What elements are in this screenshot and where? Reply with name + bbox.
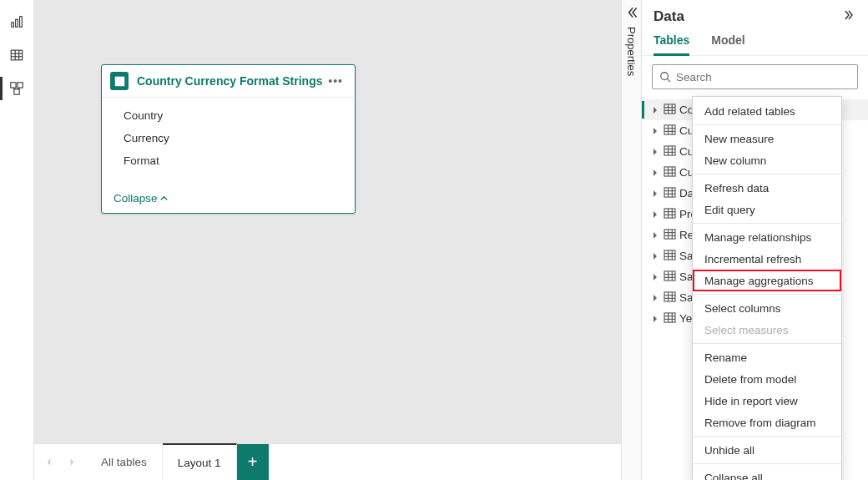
table-card[interactable]: Country Currency Format Strings ••• Coun… xyxy=(101,64,356,214)
table-view-button[interactable] xyxy=(0,38,33,72)
search-box[interactable] xyxy=(652,64,858,89)
svg-rect-67 xyxy=(664,312,675,321)
svg-rect-62 xyxy=(664,291,675,301)
svg-rect-42 xyxy=(664,208,675,217)
menu-item[interactable]: Manage aggregations xyxy=(693,270,841,291)
data-panel-title: Data xyxy=(654,8,684,25)
collapse-button[interactable]: Collapse xyxy=(102,185,355,213)
svg-rect-2 xyxy=(20,17,23,28)
add-tab-button[interactable]: + xyxy=(237,444,269,480)
svg-rect-9 xyxy=(18,83,23,88)
data-tabs: Tables Model xyxy=(642,27,868,56)
view-rail xyxy=(0,0,34,480)
model-canvas: Country Currency Format Strings ••• Coun… xyxy=(34,0,621,480)
menu-separator xyxy=(693,124,841,125)
table-field[interactable]: Currency xyxy=(102,127,355,149)
svg-line-16 xyxy=(668,79,671,83)
menu-separator xyxy=(693,174,841,174)
svg-rect-27 xyxy=(664,145,675,154)
svg-rect-37 xyxy=(664,187,675,196)
data-panel: Data Tables Model Cou…Cur…Cur…Cus…Dat…Pr… xyxy=(642,0,868,480)
model-view-button[interactable] xyxy=(0,72,33,105)
search-input[interactable] xyxy=(676,71,850,83)
chevron-right-icon xyxy=(650,105,660,115)
table-icon xyxy=(110,72,129,90)
menu-item[interactable]: New column xyxy=(693,149,841,171)
menu-item[interactable]: Collapse all xyxy=(693,467,841,480)
chevron-right-icon xyxy=(650,189,660,199)
tab-layout-1[interactable]: Layout 1 xyxy=(163,443,237,480)
chevron-right-icon xyxy=(650,147,660,157)
search-icon xyxy=(659,71,671,83)
menu-separator xyxy=(693,294,841,295)
svg-rect-14 xyxy=(114,76,124,78)
table-card-header[interactable]: Country Currency Format Strings ••• xyxy=(102,65,355,98)
chevron-right-icon xyxy=(650,293,660,303)
diagram-surface[interactable]: Country Currency Format Strings ••• Coun… xyxy=(34,0,621,443)
properties-label[interactable]: Properties xyxy=(625,27,638,76)
svg-rect-10 xyxy=(14,89,19,94)
table-more-button[interactable]: ••• xyxy=(325,74,346,88)
svg-rect-1 xyxy=(16,19,18,27)
svg-rect-47 xyxy=(664,229,675,238)
svg-rect-52 xyxy=(664,250,675,259)
chevron-right-icon xyxy=(650,272,660,282)
svg-point-15 xyxy=(661,73,669,80)
chevron-right-icon xyxy=(650,251,660,261)
table-card-title: Country Currency Format Strings xyxy=(137,74,325,88)
tab-all-tables[interactable]: All tables xyxy=(86,444,163,480)
menu-item[interactable]: Hide in report view xyxy=(693,390,841,412)
menu-item[interactable]: Manage relationships xyxy=(693,226,841,248)
table-icon xyxy=(664,229,676,242)
menu-item[interactable]: Delete from model xyxy=(693,368,841,390)
menu-item[interactable]: Refresh data xyxy=(693,177,841,199)
table-field[interactable]: Country xyxy=(102,104,355,127)
tab-nav-next[interactable] xyxy=(61,450,83,475)
svg-rect-22 xyxy=(664,124,675,134)
table-icon xyxy=(664,291,676,305)
table-icon xyxy=(664,166,676,179)
tab-nav xyxy=(34,444,86,480)
tab-nav-prev[interactable] xyxy=(38,450,59,475)
svg-rect-3 xyxy=(11,50,23,60)
table-icon xyxy=(664,104,676,117)
tab-tables[interactable]: Tables xyxy=(654,33,689,56)
menu-item[interactable]: Select columns xyxy=(693,297,841,319)
menu-separator xyxy=(693,436,841,437)
menu-item[interactable]: Remove from diagram xyxy=(693,412,841,433)
table-icon xyxy=(664,145,676,159)
svg-rect-8 xyxy=(11,83,16,88)
table-icon xyxy=(664,250,676,263)
table-icon xyxy=(664,208,676,221)
table-icon xyxy=(664,312,676,326)
menu-item[interactable]: Edit query xyxy=(693,199,841,220)
svg-rect-57 xyxy=(664,270,675,280)
data-panel-header: Data xyxy=(642,0,868,27)
chevron-right-icon xyxy=(650,210,660,220)
menu-item[interactable]: Rename xyxy=(693,346,841,368)
layout-tabs-bar: All tables Layout 1 + xyxy=(34,443,621,480)
menu-separator xyxy=(693,223,841,224)
report-view-button[interactable] xyxy=(0,5,33,38)
chevron-right-icon xyxy=(650,314,660,324)
table-field[interactable]: Format xyxy=(102,149,355,172)
table-icon xyxy=(664,270,676,284)
chevron-right-icon xyxy=(650,230,660,240)
menu-item[interactable]: Incremental refresh xyxy=(693,248,841,270)
table-field-list: Country Currency Format xyxy=(102,98,355,185)
table-icon xyxy=(664,124,676,138)
svg-rect-17 xyxy=(664,104,675,113)
data-expand-button[interactable] xyxy=(843,8,856,25)
menu-item: Select measures xyxy=(693,319,841,341)
table-icon xyxy=(664,187,676,200)
menu-separator xyxy=(693,343,841,344)
tab-model[interactable]: Model xyxy=(711,33,744,55)
svg-rect-0 xyxy=(12,23,14,27)
menu-item[interactable]: Unhide all xyxy=(693,439,841,461)
collapse-label: Collapse xyxy=(114,192,158,205)
chevron-right-icon xyxy=(650,168,660,178)
menu-item[interactable]: Add related tables xyxy=(693,100,841,122)
properties-collapse-button[interactable] xyxy=(624,5,639,20)
properties-strip: Properties xyxy=(621,0,642,480)
menu-item[interactable]: New measure xyxy=(693,128,841,149)
